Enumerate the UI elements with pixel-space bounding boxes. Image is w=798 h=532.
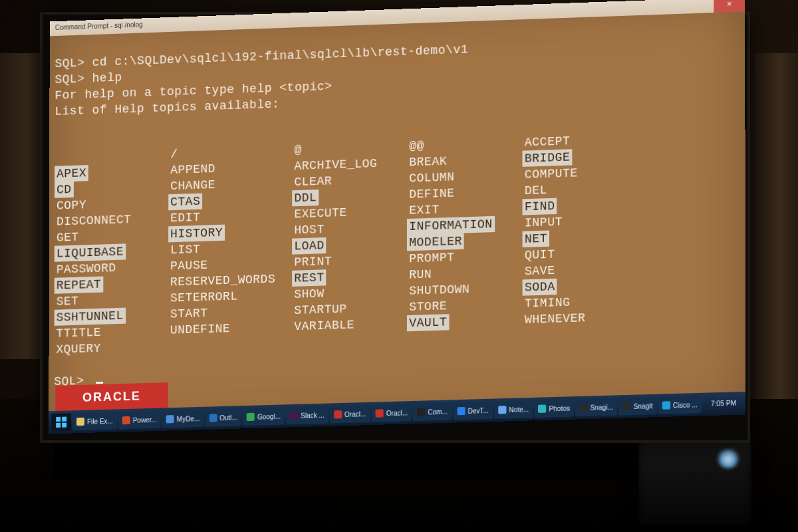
- help-topic: STARTUP: [292, 301, 348, 319]
- help-topic: CHANGE: [168, 177, 217, 194]
- app-icon: [622, 402, 630, 411]
- help-topic: DEL: [523, 182, 549, 200]
- help-column: ACCEPTBRIDGECOMPUTEDELFINDINPUTNETQUITSA…: [523, 131, 624, 344]
- help-column: @ARCHIVE_LOGCLEARDDLEXECUTEHOSTLOADPRINT…: [292, 139, 392, 351]
- taskbar-item-label: Snagit: [634, 402, 653, 410]
- help-topic: DISCONNECT: [55, 211, 133, 230]
- help-column-header: /: [168, 146, 180, 163]
- svg-rect-1: [62, 417, 66, 422]
- taskbar-item[interactable]: Googl...: [243, 407, 285, 426]
- help-column-header: ACCEPT: [523, 133, 573, 151]
- help-topic: SAVE: [523, 263, 557, 280]
- help-column: @@BREAKCOLUMNDEFINEEXITINFORMATIONMODELE…: [407, 135, 507, 347]
- help-topic: RESERVED_WORDS: [168, 271, 277, 290]
- taskbar-item[interactable]: Oracl...: [330, 405, 370, 424]
- help-topic: EXECUTE: [292, 205, 348, 223]
- help-topic: DDL: [292, 190, 319, 206]
- taskbar-item[interactable]: Photos: [534, 399, 574, 418]
- taskbar-item[interactable]: Note...: [494, 400, 533, 419]
- help-topic: REST: [292, 269, 326, 287]
- app-icon: [247, 413, 255, 421]
- room-background: Command Prompt - sql /nolog × SQL> cd c:…: [0, 0, 798, 532]
- help-topic: VARIABLE: [292, 317, 356, 334]
- svg-rect-3: [62, 423, 66, 428]
- sql-prompt: SQL>: [55, 72, 84, 86]
- help-topic: HOST: [292, 221, 326, 239]
- help-topic: EDIT: [168, 209, 202, 227]
- taskbar-item-label: Snagi...: [591, 403, 613, 411]
- taskbar-item[interactable]: Snagit: [618, 397, 656, 416]
- taskbar-item[interactable]: DevT...: [453, 402, 493, 420]
- help-topic: INPUT: [523, 214, 565, 231]
- help-topic: COLUMN: [407, 169, 456, 187]
- help-topic: BREAK: [407, 153, 449, 170]
- cmd-cd: cd c:\SQLDev\sqlcl\192-final\sqlcl\lb\re…: [92, 43, 469, 69]
- taskbar-item[interactable]: Power...: [118, 411, 161, 430]
- windows-icon: [56, 417, 66, 428]
- help-topic: FIND: [523, 198, 557, 215]
- taskbar-item[interactable]: Outl...: [205, 408, 241, 427]
- taskbar-clock[interactable]: 7:05 PM: [704, 399, 743, 408]
- taskbar-item[interactable]: Slack ...: [286, 406, 329, 425]
- help-topic: PASSWORD: [55, 260, 118, 278]
- help-topic: WHENEVER: [523, 310, 588, 328]
- taskbar-item-label: Slack ...: [301, 411, 325, 419]
- help-topic: VAULT: [407, 314, 449, 331]
- help-topic: CLEAR: [292, 173, 334, 190]
- svg-rect-2: [56, 423, 61, 428]
- app-icon: [334, 410, 342, 418]
- cmd-help: help: [92, 70, 122, 85]
- help-topic: REPEAT: [55, 277, 103, 294]
- taskbar-item[interactable]: Cisco ...: [658, 396, 702, 414]
- help-column: APEXCDCOPYDISCONNECTGETLIQUIBASEPASSWORD…: [54, 147, 154, 358]
- taskbar-item-label: DevT...: [467, 406, 488, 414]
- help-topic: SET: [55, 293, 81, 310]
- terminal-line: SQL> help: [55, 70, 122, 86]
- window-close-button[interactable]: ×: [714, 0, 745, 13]
- app-icon: [290, 412, 298, 420]
- help-column: /APPENDCHANGECTASEDITHISTORYLISTPAUSERES…: [168, 143, 278, 354]
- help-topics-columns: APEXCDCOPYDISCONNECTGETLIQUIBASEPASSWORD…: [54, 128, 740, 358]
- help-topic: XQUERY: [54, 340, 102, 358]
- start-button[interactable]: [51, 413, 71, 431]
- projector-screen: Command Prompt - sql /nolog × SQL> cd c:…: [40, 12, 750, 443]
- help-topic: SSHTUNNEL: [55, 308, 126, 326]
- app-icon: [166, 415, 174, 423]
- help-topic: ARCHIVE_LOG: [292, 156, 379, 174]
- help-topic: QUIT: [523, 246, 557, 263]
- taskbar-item[interactable]: Oracl...: [372, 404, 412, 422]
- help-topic: HISTORY: [168, 225, 225, 243]
- help-topic: PRINT: [292, 253, 334, 271]
- sql-prompt: SQL>: [55, 56, 85, 70]
- help-topic: COPY: [55, 197, 88, 214]
- help-topic: PROMPT: [407, 249, 456, 267]
- app-icon: [209, 414, 217, 422]
- help-topic: COMPUTE: [523, 165, 580, 183]
- help-topic: RUN: [407, 266, 434, 283]
- taskbar-item-label: Outl...: [219, 414, 237, 422]
- help-topic: START: [168, 305, 209, 323]
- taskbar-item[interactable]: Snagi...: [575, 398, 617, 416]
- projected-desktop: Command Prompt - sql /nolog × SQL> cd c:…: [49, 0, 745, 434]
- help-column-header: [55, 150, 66, 166]
- help-topic: NET: [523, 230, 549, 247]
- help-topic: DEFINE: [407, 185, 456, 203]
- help-column-header: @: [292, 142, 303, 158]
- terminal-body[interactable]: SQL> cd c:\SQLDev\sqlcl\192-final\sqlcl\…: [49, 11, 745, 411]
- help-topic: LOAD: [292, 237, 326, 255]
- taskbar-item[interactable]: Com...: [413, 402, 452, 421]
- taskbar-item[interactable]: File Ex...: [72, 412, 117, 430]
- help-topic: LIST: [168, 241, 202, 259]
- taskbar-item-label: Com...: [428, 408, 448, 416]
- taskbar-item[interactable]: MyDe...: [162, 410, 203, 428]
- help-topic: PAUSE: [168, 257, 209, 275]
- taskbar-item-label: Oracl...: [344, 410, 366, 418]
- help-topic: LIQUIBASE: [55, 243, 126, 261]
- cursor: [96, 382, 103, 384]
- help-topic: GET: [55, 229, 81, 245]
- terminal-line: SQL> cd c:\SQLDev\sqlcl\192-final\sqlcl\…: [55, 43, 469, 70]
- taskbar-item-label: Power...: [133, 416, 157, 424]
- oracle-badge: ORACLE: [55, 382, 168, 411]
- help-topic: SODA: [523, 279, 557, 296]
- app-icon: [498, 406, 506, 414]
